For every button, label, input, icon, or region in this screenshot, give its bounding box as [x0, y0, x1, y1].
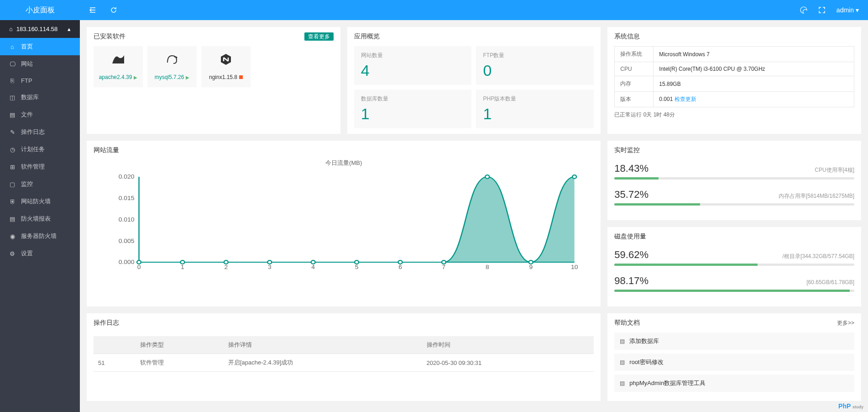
- sysinfo-key: 操作系统: [615, 47, 654, 62]
- meter-value: 98.17%: [614, 275, 648, 287]
- sidebar-item-gear[interactable]: ⚙设置: [0, 245, 80, 262]
- task-icon: ◷: [9, 146, 16, 153]
- meter-item: 98.17%[60.65GB/61.78GB]: [614, 275, 854, 292]
- meter-value: 59.62%: [614, 249, 648, 261]
- sidebar-item-log[interactable]: ✎操作日志: [0, 123, 80, 141]
- traffic-chart[interactable]: 0.0000.0050.0100.0150.020012345678910: [107, 172, 580, 272]
- monitor-title: 实时监控: [614, 146, 854, 154]
- sidebar-item-shield[interactable]: ⛨网站防火墙: [0, 193, 80, 210]
- overview-value: 1: [483, 105, 587, 123]
- sidebar-item-home[interactable]: ⌂首页: [0, 38, 80, 55]
- chart-title: 今日流量(MB): [107, 159, 580, 167]
- doc-icon: ▤: [620, 338, 625, 344]
- sysinfo-value: 15.89GB: [654, 76, 854, 92]
- sidebar-item-firewall[interactable]: ◉服务器防火墙: [0, 227, 80, 245]
- sysinfo-row: 内存15.89GB: [615, 76, 854, 92]
- sidebar-item-ftp[interactable]: ⎘FTP: [0, 73, 80, 89]
- log-header: 操作详情: [224, 336, 422, 354]
- sysinfo-key: CPU: [615, 62, 654, 76]
- help-item[interactable]: ▤root密码修改: [614, 354, 854, 371]
- sidebar-item-monitor[interactable]: 🖵网站: [0, 55, 80, 73]
- svg-point-20: [224, 260, 228, 264]
- overview-value: 1: [361, 105, 465, 123]
- sidebar-item-task[interactable]: ◷计划任务: [0, 141, 80, 158]
- progress-bar: [614, 290, 854, 292]
- sidebar-item-label: 首页: [21, 42, 33, 51]
- log-header: 操作类型: [136, 336, 224, 354]
- overview-title: 应用概览: [354, 32, 594, 41]
- help-item[interactable]: ▤phpMyAdmin数据库管理工具: [614, 375, 854, 392]
- svg-text:5: 5: [355, 264, 359, 270]
- sysinfo-row: 版本0.001 检查更新: [615, 92, 854, 107]
- check-update-link[interactable]: 检查更新: [675, 96, 696, 102]
- help-item[interactable]: ▤添加数据库: [614, 333, 854, 350]
- overview-value: 4: [361, 62, 465, 79]
- doc-icon: ▤: [620, 359, 625, 365]
- sidebar-item-watch[interactable]: ▢监控: [0, 175, 80, 193]
- refresh-icon[interactable]: [110, 6, 117, 14]
- collapse-sidebar-icon[interactable]: [89, 6, 96, 14]
- sidebar-item-label: 设置: [21, 249, 33, 258]
- help-docs-card: 帮助文档 更多>> ▤添加数据库▤root密码修改▤phpMyAdmin数据库管…: [607, 313, 861, 401]
- help-label: 添加数据库: [629, 337, 659, 345]
- username-label: admin: [837, 6, 854, 14]
- db-icon: ◫: [9, 94, 16, 101]
- svg-text:2: 2: [224, 264, 228, 270]
- view-more-button[interactable]: 查看更多: [304, 32, 334, 41]
- doc-icon: ▤: [620, 380, 625, 386]
- theme-icon[interactable]: [800, 6, 807, 14]
- software-item[interactable]: mysql5.7.26 ▶: [147, 46, 197, 87]
- meter-label: [60.65GB/61.78GB]: [806, 279, 854, 285]
- brand-logo[interactable]: 小皮面板: [0, 5, 80, 15]
- svg-point-21: [267, 260, 272, 264]
- sidebar-item-report[interactable]: ▤防火墙报表: [0, 210, 80, 227]
- sidebar-item-label: 操作日志: [21, 128, 45, 136]
- software-item[interactable]: nginx1.15.8: [201, 46, 251, 87]
- fullscreen-icon[interactable]: [819, 7, 825, 13]
- log-header: [94, 336, 136, 354]
- sidebar-item-label: 网站: [21, 60, 33, 68]
- svg-point-26: [485, 175, 489, 179]
- overview-label: PHP版本数量: [483, 95, 587, 103]
- software-name: apache2.4.39 ▶: [96, 74, 141, 80]
- app-overview-card: 应用概览 网站数量4FTP数量0数据库数量1PHP版本数量1: [347, 27, 601, 134]
- system-info-card: 系统信息 操作系统Microsoft Windows 7CPUIntel(R) …: [607, 27, 861, 134]
- sidebar-item-label: 软件管理: [21, 163, 45, 171]
- ftp-icon: ⎘: [9, 77, 16, 84]
- progress-bar: [614, 177, 854, 180]
- home-icon: ⌂: [9, 43, 16, 50]
- user-menu[interactable]: admin ▾: [837, 6, 859, 14]
- realtime-monitor-card: 实时监控 18.43%CPU使用率[4核]35.72%内存占用率[5814MB/…: [607, 141, 861, 220]
- software-name: mysql5.7.26 ▶: [150, 74, 194, 80]
- software-item[interactable]: apache2.4.39 ▶: [94, 46, 143, 87]
- sidebar-item-folder[interactable]: ▤文件: [0, 106, 80, 123]
- svg-point-28: [572, 175, 576, 179]
- sidebar-item-soft[interactable]: ⊞软件管理: [0, 158, 80, 175]
- watch-icon: ▢: [9, 181, 16, 188]
- top-header: 小皮面板 admin ▾: [0, 0, 868, 20]
- help-more-link[interactable]: 更多>>: [837, 319, 854, 327]
- svg-text:8: 8: [486, 264, 489, 270]
- monitor-icon: 🖵: [9, 61, 16, 68]
- svg-text:4: 4: [311, 264, 315, 270]
- overview-item: 数据库数量1: [354, 90, 472, 128]
- svg-text:0.000: 0.000: [119, 259, 135, 265]
- ip-label: 183.160.114.58: [16, 26, 58, 32]
- chevron-up-icon: ▴: [68, 26, 71, 32]
- overview-item: 网站数量4: [354, 46, 472, 85]
- home-icon: ⌂: [9, 26, 13, 32]
- sysinfo-key: 版本: [615, 92, 654, 107]
- svg-text:6: 6: [398, 264, 402, 270]
- disk-title: 磁盘使用量: [614, 232, 854, 241]
- meter-value: 18.43%: [614, 163, 648, 174]
- svg-point-27: [529, 260, 533, 264]
- soft-icon: ⊞: [9, 164, 16, 170]
- meter-label: /根目录[344.32GB/577.54GB]: [783, 253, 854, 260]
- meter-item: 59.62%/根目录[344.32GB/577.54GB]: [614, 249, 854, 266]
- sysinfo-key: 内存: [615, 76, 654, 92]
- svg-text:9: 9: [529, 264, 533, 270]
- software-icon: [204, 53, 248, 66]
- sidebar-item-db[interactable]: ◫数据库: [0, 89, 80, 106]
- sidebar-ip-toggle[interactable]: ⌂ 183.160.114.58 ▴: [0, 20, 80, 38]
- main-content: 已安装软件 查看更多 apache2.4.39 ▶mysql5.7.26 ▶ng…: [80, 20, 868, 408]
